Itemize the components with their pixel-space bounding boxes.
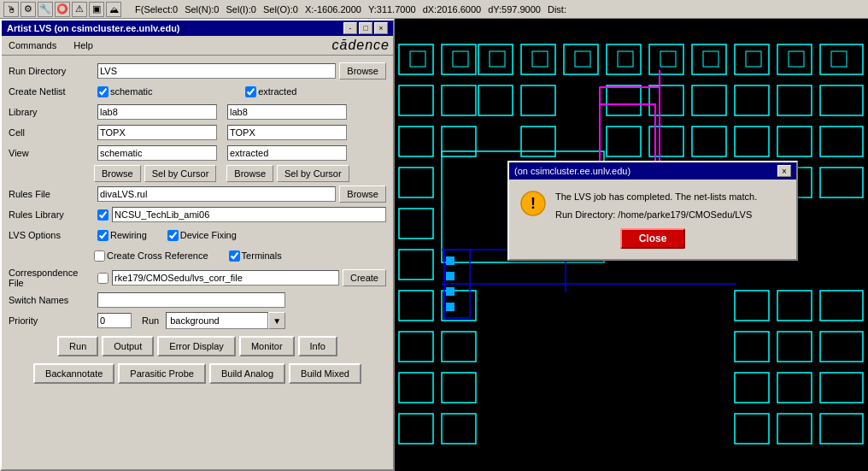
rules-library-input[interactable] [112,207,386,222]
status-sel-i: Sel(I):0 [226,4,255,15]
rules-file-input[interactable] [97,186,336,202]
status-select: F(Select:0 [135,4,178,15]
dialog-content: ! The LVS job has completed. The net-lis… [519,190,786,221]
priority-label: Priority [9,315,94,326]
window-title: Artist LVS (on csimcluster.ee.unlv.edu) [7,23,180,33]
menu-help[interactable]: Help [70,39,97,51]
run-label: Run [142,315,159,326]
sel-cursor-schematic-button[interactable]: Sel by Cursor [144,165,217,182]
terminals-checkbox[interactable] [229,250,240,262]
run-directory-browse-button[interactable]: Browse [339,62,386,79]
toolbar-icon-7[interactable]: ⛰ [106,2,121,17]
sel-cursor-extracted-button[interactable]: Sel by Cursor [277,165,349,182]
cell-row: Cell [9,124,386,141]
close-button[interactable]: × [374,22,388,34]
dialog-line2: Run Directory: /home/parke179/CMOSedu/LV… [555,208,786,222]
cadence-logo: cādence [332,38,390,53]
toolbar-icon-3[interactable]: 🔧 [38,2,53,17]
run-mode-field[interactable]: background [166,312,268,329]
svg-rect-80 [446,287,455,296]
library-extracted-input[interactable] [227,104,347,120]
dialog-close-row: Close [519,228,786,249]
build-analog-button[interactable]: Build Analog [209,363,285,384]
monitor-button[interactable]: Monitor [239,336,295,356]
maximize-button[interactable]: □ [359,22,372,34]
dialog-warning-icon: ! [519,190,547,217]
rules-file-browse-button[interactable]: Browse [339,185,386,203]
view-schematic-input[interactable] [97,145,217,161]
dialog-titlebar: (on csimcluster.ee.unlv.edu) × [509,162,796,180]
status-dy: dY:597.9000 [488,4,541,15]
correspondence-file-input[interactable] [112,270,339,286]
dialog-line1: The LVS job has completed. The net-lists… [555,190,786,204]
correspondence-file-label: Correspondence File [9,268,94,288]
correspondence-file-row: Correspondence File Create [9,268,386,288]
extracted-checkbox[interactable] [245,86,256,97]
terminals-label[interactable]: Terminals [229,250,282,262]
minimize-button[interactable]: - [343,22,357,34]
run-directory-label: Run Directory [9,66,94,76]
create-netlist-label: Create Netlist [9,86,94,97]
cell-schematic-input[interactable] [97,125,217,140]
menu-commands[interactable]: Commands [5,39,60,51]
create-netlist-row: Create Netlist schematic extracted [9,83,386,100]
cross-reference-checkbox[interactable] [94,250,105,262]
dialog-close-x-button[interactable]: × [777,165,791,177]
rules-library-checkbox[interactable] [97,209,108,221]
lvs-dialog[interactable]: (on csimcluster.ee.unlv.edu) × ! [507,161,798,261]
schematic-checkbox[interactable] [97,86,108,97]
device-fixing-checkbox[interactable] [167,230,179,241]
parasitic-probe-button[interactable]: Parasitic Probe [118,363,206,384]
library-row: Library [9,103,386,121]
dialog-body: ! The LVS job has completed. The net-lis… [509,180,796,259]
cell-extracted-input[interactable] [227,125,347,140]
device-fixing-label[interactable]: Device Fixing [167,230,237,241]
switch-names-input[interactable] [97,292,285,308]
build-mixed-button[interactable]: Build Mixed [289,363,361,384]
browse-schematic-button[interactable]: Browse [94,165,141,182]
switch-names-row: Switch Names [9,291,386,309]
rewiring-checkbox[interactable] [97,230,108,241]
status-y: Y:311.7000 [368,4,416,15]
view-extracted-input[interactable] [227,145,347,161]
svg-rect-79 [446,272,455,280]
toolbar-icon-1[interactable]: 🖱 [3,2,19,17]
cross-reference-text: Create Cross Reference [107,250,208,261]
cad-canvas[interactable]: (on csimcluster.ee.unlv.edu) × ! [395,19,868,471]
cell-label: Cell [9,127,94,138]
schematic-checkbox-label[interactable]: schematic [97,86,153,97]
dialog-close-button[interactable]: Close [620,228,686,249]
extracted-checkbox-label[interactable]: extracted [245,86,296,97]
browse-extracted-button[interactable]: Browse [226,165,273,182]
backannotate-button[interactable]: Backannotate [33,363,114,384]
rules-library-label: Rules Library [9,209,94,220]
status-sel-n: Sel(N):0 [185,4,219,15]
error-display-button[interactable]: Error Display [157,336,236,356]
library-schematic-input[interactable] [97,104,217,120]
toolbar-icon-4[interactable]: ⭕ [55,2,70,17]
correspondence-file-checkbox[interactable] [97,273,108,284]
toolbar-icon-2[interactable]: ⚙ [21,2,36,17]
run-directory-input[interactable] [97,63,336,79]
rewiring-label[interactable]: Rewiring [97,230,147,241]
rules-library-row: Rules Library [9,206,386,223]
info-button[interactable]: Info [298,336,337,356]
toolbar-icon-6[interactable]: ▣ [89,2,104,17]
toolbar: 🖱 ⚙ 🔧 ⭕ ⚠ ▣ ⛰ F(Select:0 Sel(N):0 Sel(I)… [0,0,868,19]
dropdown-arrow-icon[interactable]: ▼ [268,312,285,329]
toolbar-icon-5[interactable]: ⚠ [72,2,87,17]
status-dist: Dist: [548,4,566,15]
library-label: Library [9,107,94,117]
status-dx: dX:2016.6000 [423,4,482,15]
priority-input[interactable] [97,313,132,328]
run-button[interactable]: Run [57,336,98,356]
lvs-options-row: LVS Options Rewiring Device Fixing [9,227,386,244]
toolbar-status: F(Select:0 Sel(N):0 Sel(I):0 Sel(O):0 X:… [128,4,573,15]
run-mode-dropdown: background ▼ [166,312,285,329]
dialog-message: The LVS job has completed. The net-lists… [555,190,786,221]
correspondence-file-create-button[interactable]: Create [343,269,386,286]
cross-reference-label[interactable]: Create Cross Reference [94,250,208,262]
status-sel-o: Sel(O):0 [263,4,298,15]
view-row: View [9,144,386,162]
output-button[interactable]: Output [102,336,154,356]
